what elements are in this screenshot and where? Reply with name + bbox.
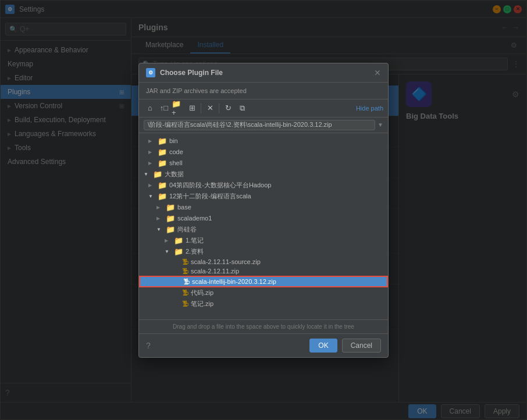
dialog-subtitle: JAR and ZIP archives are accepted (139, 83, 388, 99)
folder-icon-stage04: 📁 (158, 181, 167, 190)
tree-item-base[interactable]: ▶ 📁 base (139, 202, 388, 213)
tree-item-scala-source[interactable]: ▶ 🗜 scala-2.12.11-source.zip (139, 257, 388, 266)
tree-arrow-stage04: ▶ (148, 183, 155, 188)
hide-path-button[interactable]: Hide path (356, 105, 383, 112)
tree-item-stage12[interactable]: ▼ 📁 12第十二阶段-编程语言scala (139, 191, 388, 202)
tree-item-scalademo[interactable]: ▶ 📁 scalademo1 (139, 213, 388, 224)
zip-icon-code-zip: 🗜 (182, 289, 188, 296)
dialog-hint: Drag and drop a file into the space abov… (139, 319, 388, 333)
path-input[interactable] (144, 120, 375, 130)
dialog-title-bar: ⚙ Choose Plugin File ✕ (139, 63, 388, 83)
tree-label-materials: 2.资料 (186, 247, 204, 256)
tree-label-scala-zip: scala-2.12.11.zip (191, 268, 239, 275)
folder-icon-scalademo: 📁 (166, 214, 175, 223)
tree-label-notes-zip: 笔记.zip (191, 300, 213, 308)
dialog-toolbar: ⌂ ↑□ 📁+ ⊞ ✕ ↻ ⧉ Hide path (139, 99, 388, 118)
folder-icon-materials: 📁 (174, 247, 183, 256)
tree-item-notes-zip[interactable]: ▶ 🗜 笔记.zip (139, 298, 388, 309)
zip-icon-scala-zip: 🗜 (182, 268, 188, 275)
dialog-help-icon[interactable]: ? (146, 341, 151, 350)
choose-plugin-file-dialog: ⚙ Choose Plugin File ✕ JAR and ZIP archi… (138, 63, 389, 358)
tree-item-scala-zip[interactable]: ▶ 🗜 scala-2.12.11.zip (139, 266, 388, 276)
tree-item-materials[interactable]: ▼ 📁 2.资料 (139, 246, 388, 257)
tree-label-stage12: 12第十二阶段-编程语言scala (169, 192, 251, 201)
tree-label-code: code (169, 148, 183, 155)
dialog-footer-buttons: OK Cancel (309, 339, 381, 353)
folder-icon-stage12: 📁 (158, 192, 167, 201)
folder-icon-shell: 📁 (158, 159, 167, 168)
tree-arrow-bigdata: ▼ (144, 172, 151, 177)
tree-label-scala-intellij: scala-intellij-bin-2020.3.12.zip (192, 278, 276, 285)
folder-icon-base: 📁 (166, 203, 175, 212)
tree-item-bigdata-root[interactable]: ▼ 📁 大数据 (139, 169, 388, 180)
toolbar-separator-2 (219, 103, 219, 113)
tree-item-notes[interactable]: ▶ 📁 1.笔记 (139, 235, 388, 246)
dialog-title-icon: ⚙ (146, 68, 155, 77)
tree-label-scala-source: scala-2.12.11-source.zip (191, 258, 261, 265)
new-folder-button[interactable]: 📁+ (172, 102, 184, 115)
dialog-title: Choose Plugin File (160, 69, 369, 77)
tree-item-shell[interactable]: ▶ 📁 shell (139, 158, 388, 169)
tree-label-stage04: 04第四阶段-大数据核心平台Hadoop (169, 181, 271, 190)
tree-label-bigdata: 大数据 (165, 170, 184, 179)
tree-arrow-scalademo: ▶ (156, 216, 163, 221)
copy-button[interactable]: ⧉ (236, 102, 248, 115)
tree-item-code-zip[interactable]: ▶ 🗜 代码.zip (139, 287, 388, 298)
file-tree: ▶ 📁 bin ▶ 📁 code ▶ 📁 shell ▼ 📁 大数据 (139, 133, 388, 319)
tree-label-notes: 1.笔记 (186, 236, 204, 245)
tree-label-bin: bin (169, 137, 178, 144)
tree-item-stage04[interactable]: ▶ 📁 04第四阶段-大数据核心平台Hadoop (139, 180, 388, 191)
up-button[interactable]: ↑□ (158, 102, 170, 115)
tree-label-code-zip: 代码.zip (191, 289, 213, 297)
dialog-footer: ? OK Cancel (139, 333, 388, 357)
tree-arrow-shell: ▶ (148, 161, 155, 166)
tree-arrow-bin: ▶ (148, 138, 155, 144)
home-button[interactable]: ⌂ (144, 102, 156, 115)
path-dropdown-button[interactable]: ▼ (378, 122, 383, 128)
delete-button[interactable]: ✕ (204, 102, 216, 115)
refresh-button[interactable]: ↻ (222, 102, 234, 115)
folder-icon-bigdata: 📁 (153, 170, 162, 179)
folder-icon-shangguigu: 📁 (166, 225, 175, 234)
tree-label-base: base (177, 204, 191, 211)
tree-item-code[interactable]: ▶ 📁 code (139, 147, 388, 158)
tree-label-scalademo: scalademo1 (177, 215, 212, 222)
tree-label-shell: shell (169, 159, 183, 166)
tree-arrow-notes: ▶ (165, 238, 172, 243)
zip-icon-scala-intellij: 🗜 (183, 278, 190, 285)
tree-label-shangguigu: 尚硅谷 (177, 225, 197, 234)
path-bar: ▼ (139, 118, 388, 133)
dialog-overlay: ⚙ Choose Plugin File ✕ JAR and ZIP archi… (0, 0, 527, 420)
dialog-ok-button[interactable]: OK (309, 339, 337, 353)
folder-icon-bin: 📁 (158, 137, 167, 145)
folder-icon-notes: 📁 (174, 236, 183, 245)
tree-arrow-materials: ▼ (165, 249, 172, 254)
zip-icon-scala-source: 🗜 (182, 258, 188, 265)
expand-button[interactable]: ⊞ (186, 102, 198, 115)
dialog-cancel-button[interactable]: Cancel (342, 339, 381, 353)
tree-arrow-code: ▶ (148, 150, 155, 155)
zip-icon-notes-zip: 🗜 (182, 300, 188, 307)
tree-item-scala-intellij[interactable]: ▶ 🗜 scala-intellij-bin-2020.3.12.zip (139, 276, 388, 287)
tree-arrow-stage12: ▼ (148, 194, 155, 199)
folder-icon-code: 📁 (158, 148, 167, 156)
tree-item-bin[interactable]: ▶ 📁 bin (139, 136, 388, 147)
tree-arrow-base: ▶ (156, 205, 163, 210)
tree-arrow-shangguigu: ▼ (156, 227, 163, 232)
tree-item-shangguigu[interactable]: ▼ 📁 尚硅谷 (139, 224, 388, 235)
dialog-close-button[interactable]: ✕ (374, 68, 381, 77)
toolbar-separator (201, 103, 201, 113)
